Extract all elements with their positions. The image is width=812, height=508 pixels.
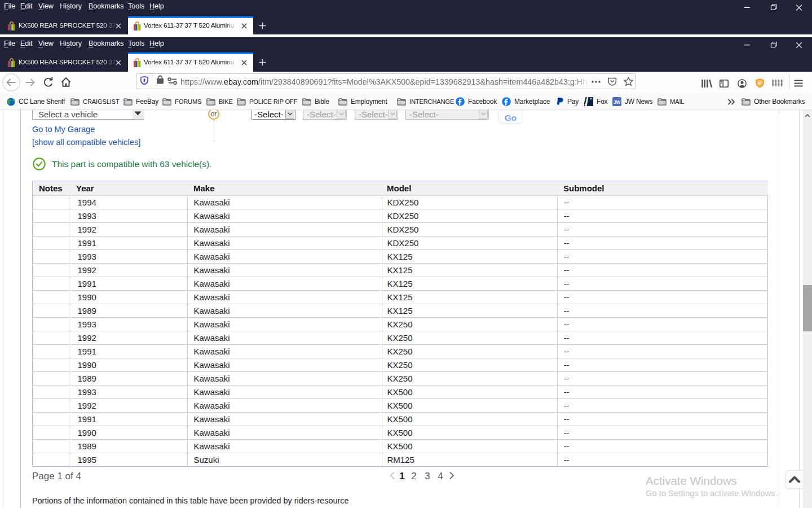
svg-text:JW: JW	[614, 99, 621, 105]
svg-text:IP: IP	[758, 81, 762, 85]
